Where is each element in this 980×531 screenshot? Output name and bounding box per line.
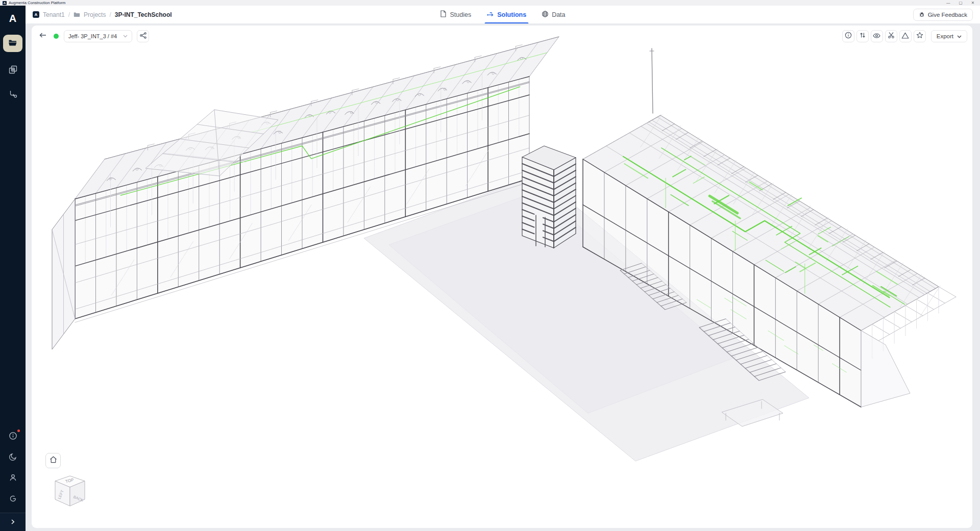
scissors-icon	[888, 32, 895, 41]
sidebar-notifications-button[interactable]	[7, 431, 19, 443]
give-feedback-label: Give Feedback	[928, 12, 967, 18]
export-button[interactable]: Export	[931, 30, 967, 42]
breadcrumb-separator: /	[109, 11, 111, 18]
window-titlebar: A Augmenta Construction Platform — ▢ ✕	[0, 0, 980, 6]
window-close-button[interactable]: ✕	[971, 1, 974, 5]
moon-icon	[9, 452, 17, 463]
sidebar-item-studies[interactable]	[7, 64, 19, 77]
flow-route-icon	[9, 90, 17, 100]
solution-selector-value: Jeff- 3P_INT_3 / #4	[68, 33, 117, 39]
breadcrumb-tenant[interactable]: Tenant1	[43, 11, 65, 18]
info-circle-icon	[845, 32, 852, 41]
main-tabs: Studies Solutions Data	[440, 6, 565, 23]
document-icon	[440, 10, 446, 19]
tenant-logo-icon: A	[33, 11, 39, 18]
chevron-right-icon	[10, 518, 16, 527]
globe-icon	[542, 11, 548, 19]
breadcrumb-project-name: 3P-INT_TechSchool	[115, 11, 172, 18]
measure-button[interactable]	[856, 30, 869, 42]
sidebar: A	[0, 6, 26, 531]
section-cut-button[interactable]	[885, 30, 897, 42]
folder-open-icon	[8, 39, 17, 48]
export-label: Export	[937, 33, 953, 39]
viewer-panel: Jeff- 3P_INT_3 / #4	[32, 26, 972, 528]
warning-triangle-icon	[901, 32, 909, 41]
share-button[interactable]	[137, 30, 149, 42]
sidebar-dark-mode-button[interactable]	[7, 451, 19, 464]
home-icon	[50, 456, 57, 465]
viewer-toolbar: Jeff- 3P_INT_3 / #4	[36, 30, 967, 42]
give-feedback-button[interactable]: Give Feedback	[913, 9, 973, 21]
info-icon	[9, 432, 17, 442]
solution-status-dot	[54, 34, 59, 39]
window-minimize-button[interactable]: —	[946, 1, 950, 5]
building-model-svg	[32, 26, 972, 528]
share-icon	[140, 32, 146, 41]
home-view-button[interactable]	[45, 453, 61, 468]
solutions-flow-icon	[486, 11, 494, 19]
arrow-left-icon	[39, 32, 47, 41]
bug-icon	[919, 11, 925, 18]
app-logo-icon: A	[3, 1, 7, 5]
swap-vertical-icon	[859, 32, 866, 41]
tab-studies[interactable]: Studies	[440, 6, 471, 23]
top-navbar: A Tenant1 / Projects / 3P-INT_TechSchool…	[26, 6, 980, 23]
tab-solutions-label: Solutions	[497, 11, 526, 18]
back-button[interactable]	[36, 30, 50, 42]
brand-logo: A	[9, 13, 16, 24]
visibility-button[interactable]	[871, 30, 883, 42]
tab-data-label: Data	[552, 11, 565, 18]
chevron-down-icon	[957, 33, 962, 39]
favorite-button[interactable]	[914, 30, 926, 42]
sidebar-expand-button[interactable]	[0, 513, 26, 531]
layers-grid-icon	[9, 65, 17, 76]
sidebar-item-solutions[interactable]	[7, 89, 19, 101]
tab-studies-label: Studies	[450, 11, 471, 18]
chevron-down-icon	[123, 35, 128, 38]
tab-data[interactable]: Data	[542, 6, 565, 23]
view-cube[interactable]: TOP LEFT BACK	[50, 472, 90, 512]
sidebar-item-projects[interactable]	[3, 35, 22, 52]
sidebar-account-button[interactable]	[7, 472, 19, 485]
eye-icon	[873, 32, 880, 41]
solution-selector[interactable]: Jeff- 3P_INT_3 / #4	[64, 30, 132, 42]
sidebar-logout-button[interactable]	[7, 493, 19, 505]
breadcrumb-projects[interactable]: Projects	[84, 11, 106, 18]
folder-icon	[74, 12, 80, 17]
breadcrumb-separator: /	[68, 11, 70, 18]
info-button[interactable]	[842, 30, 854, 42]
user-icon	[9, 473, 17, 484]
power-icon	[9, 494, 17, 505]
model-viewport[interactable]	[32, 26, 972, 528]
breadcrumb: A Tenant1 / Projects / 3P-INT_TechSchool	[33, 11, 172, 18]
tab-solutions[interactable]: Solutions	[486, 6, 526, 23]
notification-dot	[17, 429, 20, 432]
issues-button[interactable]	[899, 30, 912, 42]
window-title: Augmenta Construction Platform	[9, 1, 65, 5]
window-maximize-button[interactable]: ▢	[959, 1, 963, 5]
star-icon	[916, 32, 923, 41]
